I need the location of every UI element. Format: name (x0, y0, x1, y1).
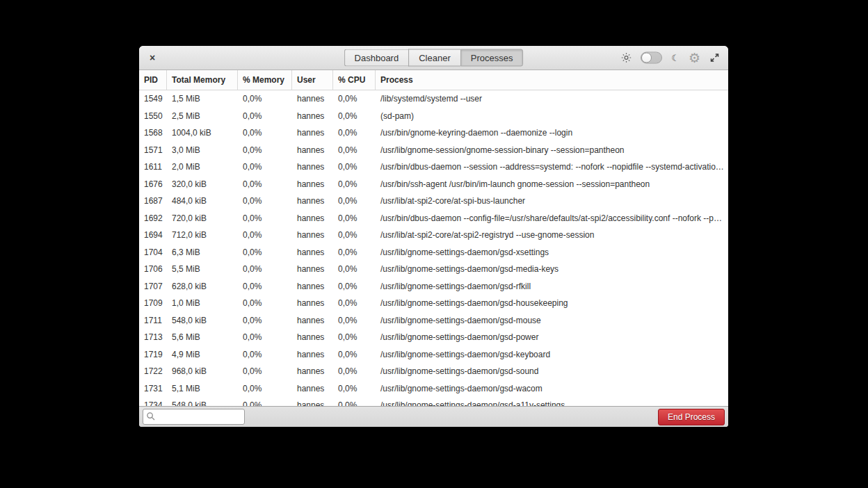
table-row[interactable]: 15491,5 MiB0,0%hannes0,0%/lib/systemd/sy… (139, 90, 728, 108)
cell-user: hannes (292, 213, 333, 223)
cell-total-memory: 628,0 kiB (167, 282, 238, 291)
cell-pct-memory: 0,0% (238, 213, 292, 223)
cell-process: /usr/lib/at-spi2-core/at-spi-bus-launche… (376, 196, 728, 206)
cell-pid: 1704 (139, 247, 167, 257)
end-process-button[interactable]: End Process (658, 409, 725, 425)
expand-icon[interactable] (709, 53, 720, 63)
cell-user: hannes (292, 179, 333, 189)
table-row[interactable]: 17135,6 MiB0,0%hannes0,0%/usr/lib/gnome-… (139, 329, 728, 346)
cell-pct-memory: 0,0% (238, 179, 292, 189)
cell-pct-memory: 0,0% (238, 316, 292, 325)
cell-pct-memory: 0,0% (238, 145, 292, 155)
table-row[interactable]: 1676320,0 kiB0,0%hannes0,0%/usr/bin/ssh-… (139, 176, 728, 193)
table-row[interactable]: 15713,0 MiB0,0%hannes0,0%/usr/lib/gnome-… (139, 142, 728, 159)
cell-pid: 1571 (139, 145, 167, 155)
cell-total-memory: 5,6 MiB (167, 332, 238, 342)
column-header-total-memory[interactable]: Total Memory (167, 70, 238, 90)
cell-user: hannes (292, 298, 333, 308)
cell-pct-memory: 0,0% (238, 282, 292, 291)
table-row[interactable]: 17046,3 MiB0,0%hannes0,0%/usr/lib/gnome-… (139, 244, 728, 261)
tab-processes[interactable]: Processes (460, 49, 524, 67)
column-header-pid[interactable]: PID (139, 70, 167, 90)
cell-pid: 1692 (139, 213, 167, 223)
cell-total-memory: 320,0 kiB (167, 179, 238, 189)
cell-pct-cpu: 0,0% (333, 162, 376, 172)
search-icon (146, 412, 156, 424)
table-row[interactable]: 17194,9 MiB0,0%hannes0,0%/usr/lib/gnome-… (139, 346, 728, 364)
moon-icon: ☾ (671, 53, 680, 63)
cell-user: hannes (292, 111, 333, 121)
cell-total-memory: 968,0 kiB (167, 366, 238, 376)
tab-cleaner[interactable]: Cleaner (408, 49, 460, 67)
cell-pid: 1707 (139, 282, 167, 291)
cell-total-memory: 548,0 kiB (167, 400, 238, 406)
table-row[interactable]: 15502,5 MiB0,0%hannes0,0%(sd-pam) (139, 108, 728, 125)
table-row[interactable]: 1711548,0 kiB0,0%hannes0,0%/usr/lib/gnom… (139, 312, 728, 330)
table-row[interactable]: 15681004,0 kiB0,0%hannes0,0%/usr/bin/gno… (139, 124, 728, 142)
table-row[interactable]: 1722968,0 kiB0,0%hannes0,0%/usr/lib/gnom… (139, 363, 728, 380)
cell-pid: 1706 (139, 264, 167, 274)
column-header-process[interactable]: Process (376, 70, 728, 90)
dark-mode-toggle[interactable] (641, 52, 662, 64)
cell-process: /usr/lib/gnome-settings-daemon/gsd-xsett… (376, 247, 728, 257)
cell-total-memory: 548,0 kiB (167, 316, 238, 325)
cell-pid: 1713 (139, 332, 167, 342)
table-row[interactable]: 1694712,0 kiB0,0%hannes0,0%/usr/lib/at-s… (139, 227, 728, 244)
headerbar: × Dashboard Cleaner Processes (139, 46, 728, 70)
cell-process: /usr/bin/gnome-keyring-daemon --daemoniz… (376, 128, 728, 138)
cell-user: hannes (292, 264, 333, 274)
cell-pct-cpu: 0,0% (333, 350, 376, 359)
table-row[interactable]: 17315,1 MiB0,0%hannes0,0%/usr/lib/gnome-… (139, 380, 728, 398)
table-row[interactable]: 1707628,0 kiB0,0%hannes0,0%/usr/lib/gnom… (139, 278, 728, 295)
table-row[interactable]: 1692720,0 kiB0,0%hannes0,0%/usr/bin/dbus… (139, 210, 728, 227)
cell-user: hannes (292, 94, 333, 104)
cell-user: hannes (292, 366, 333, 376)
cell-pid: 1711 (139, 316, 167, 325)
header-actions: ☾ ⚙ (621, 51, 720, 65)
cell-total-memory: 720,0 kiB (167, 213, 238, 223)
cell-pct-cpu: 0,0% (333, 196, 376, 206)
table-row[interactable]: 1734548,0 kiB0,0%hannes0,0%/usr/lib/gnom… (139, 397, 728, 406)
cell-pct-cpu: 0,0% (333, 316, 376, 325)
cell-process: /usr/lib/at-spi2-core/at-spi2-registryd … (376, 230, 728, 240)
cell-user: hannes (292, 128, 333, 138)
process-table-body: 15491,5 MiB0,0%hannes0,0%/lib/systemd/sy… (139, 90, 728, 406)
cell-total-memory: 484,0 kiB (167, 196, 238, 206)
monitor-window: × Dashboard Cleaner Processes (139, 46, 728, 427)
column-header-pct-cpu[interactable]: % CPU (333, 70, 376, 90)
cell-pct-cpu: 0,0% (333, 400, 376, 406)
search-input[interactable] (143, 409, 245, 425)
cell-user: hannes (292, 145, 333, 155)
cell-total-memory: 1004,0 kiB (167, 128, 238, 138)
cell-process: /usr/lib/gnome-settings-daemon/gsd-wacom (376, 384, 728, 393)
table-row[interactable]: 17091,0 MiB0,0%hannes0,0%/usr/lib/gnome-… (139, 295, 728, 312)
cell-process: /usr/lib/gnome-settings-daemon/gsd-rfkil… (376, 282, 728, 291)
cell-user: hannes (292, 230, 333, 240)
cell-pid: 1550 (139, 111, 167, 121)
sun-icon (621, 53, 632, 63)
cell-pct-cpu: 0,0% (333, 213, 376, 223)
cell-pct-memory: 0,0% (238, 94, 292, 104)
cell-pid: 1709 (139, 298, 167, 308)
table-row[interactable]: 17065,5 MiB0,0%hannes0,0%/usr/lib/gnome-… (139, 261, 728, 278)
gear-icon[interactable]: ⚙ (689, 51, 700, 65)
tab-dashboard[interactable]: Dashboard (344, 49, 409, 67)
cell-total-memory: 2,0 MiB (167, 162, 238, 172)
cell-process: /usr/bin/ssh-agent /usr/bin/im-launch gn… (376, 179, 728, 189)
cell-pct-memory: 0,0% (238, 111, 292, 121)
cell-process: /usr/lib/gnome-settings-daemon/gsd-keybo… (376, 350, 728, 359)
column-header-user[interactable]: User (292, 70, 333, 90)
table-row[interactable]: 1687484,0 kiB0,0%hannes0,0%/usr/lib/at-s… (139, 193, 728, 210)
cell-pct-memory: 0,0% (238, 400, 292, 406)
table-row[interactable]: 16112,0 MiB0,0%hannes0,0%/usr/bin/dbus-d… (139, 158, 728, 176)
cell-total-memory: 5,1 MiB (167, 384, 238, 393)
action-bar: End Process (139, 406, 728, 427)
cell-pct-cpu: 0,0% (333, 264, 376, 274)
cell-pct-memory: 0,0% (238, 162, 292, 172)
cell-pct-cpu: 0,0% (333, 128, 376, 138)
toggle-knob (641, 53, 652, 63)
cell-pct-cpu: 0,0% (333, 282, 376, 291)
column-header-pct-memory[interactable]: % Memory (238, 70, 292, 90)
window-close-button[interactable]: × (146, 51, 159, 64)
cell-total-memory: 5,5 MiB (167, 264, 238, 274)
